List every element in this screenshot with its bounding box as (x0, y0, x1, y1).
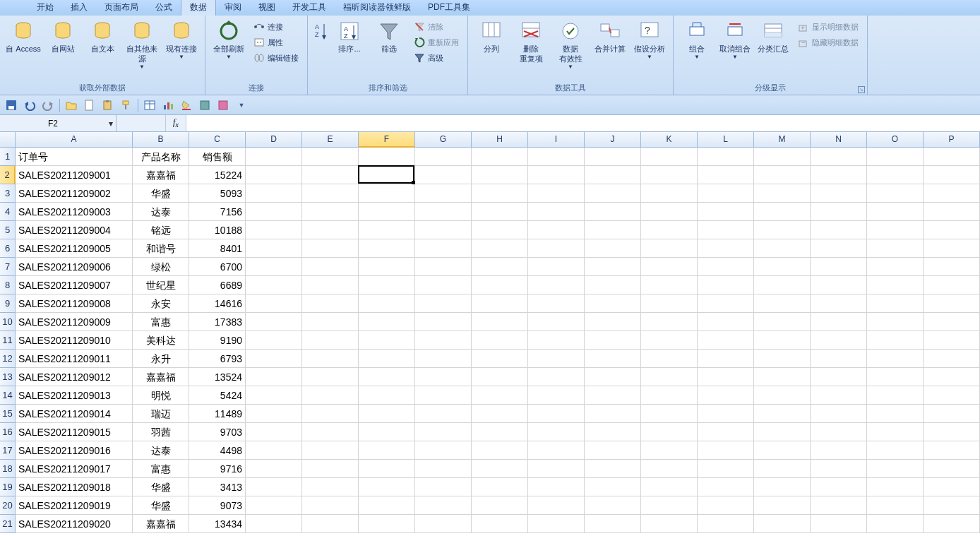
row-header-2[interactable]: 2 (0, 166, 16, 184)
cell[interactable] (924, 258, 980, 276)
cell[interactable] (641, 184, 698, 203)
cell[interactable] (415, 221, 472, 239)
col-header-O[interactable]: O (867, 132, 924, 148)
cell[interactable] (924, 441, 980, 460)
cell[interactable] (641, 276, 698, 294)
cell[interactable] (302, 478, 359, 496)
cell[interactable] (585, 239, 641, 258)
tab-页面布局[interactable]: 页面布局 (96, 0, 147, 16)
cell[interactable]: 瑞迈 (133, 405, 189, 423)
cell[interactable]: 世纪星 (133, 276, 189, 294)
cell[interactable] (924, 313, 980, 331)
cell[interactable] (415, 423, 472, 441)
cell[interactable] (698, 203, 754, 221)
cell[interactable]: 嘉嘉福 (133, 166, 189, 184)
cell[interactable]: 8401 (189, 239, 246, 258)
tab-福昕阅读器领鲜版[interactable]: 福昕阅读器领鲜版 (335, 0, 419, 16)
cell[interactable] (528, 331, 585, 350)
cell[interactable] (472, 331, 528, 350)
cell[interactable] (698, 405, 754, 423)
cell[interactable] (359, 331, 415, 350)
cell[interactable] (867, 239, 924, 258)
cell[interactable] (528, 515, 585, 533)
col-header-N[interactable]: N (811, 132, 867, 148)
合并计算-button[interactable]: 合并计算 (591, 18, 629, 55)
cell[interactable]: 15224 (189, 166, 246, 184)
save-icon[interactable] (4, 98, 18, 112)
cell[interactable] (811, 221, 867, 239)
cell[interactable]: 华盛 (133, 496, 189, 515)
cell[interactable] (472, 276, 528, 294)
cell[interactable]: SALES20211209007 (16, 276, 133, 294)
cell[interactable] (302, 515, 359, 533)
cell[interactable] (867, 441, 924, 460)
cell[interactable] (754, 350, 811, 368)
cell[interactable] (359, 386, 415, 405)
cell[interactable] (867, 331, 924, 350)
cell[interactable]: 9190 (189, 331, 246, 350)
cell[interactable] (641, 368, 698, 386)
cell[interactable] (698, 350, 754, 368)
cell[interactable] (528, 460, 585, 478)
cell[interactable] (867, 148, 924, 166)
new-icon[interactable] (83, 98, 97, 112)
cell[interactable]: SALES20211209019 (16, 496, 133, 515)
cell[interactable] (754, 331, 811, 350)
cell[interactable] (754, 478, 811, 496)
cell[interactable]: 达泰 (133, 441, 189, 460)
cell[interactable] (246, 368, 302, 386)
cell[interactable]: SALES20211209017 (16, 460, 133, 478)
cell[interactable] (811, 460, 867, 478)
cell[interactable] (302, 276, 359, 294)
cell[interactable]: 13524 (189, 368, 246, 386)
cell[interactable] (698, 184, 754, 203)
cell[interactable] (528, 294, 585, 313)
row-header-15[interactable]: 15 (0, 405, 16, 423)
cell[interactable] (867, 496, 924, 515)
cell[interactable] (924, 331, 980, 350)
col-header-G[interactable]: G (415, 132, 472, 148)
filter-button[interactable]: 筛选 (370, 18, 408, 55)
删除重复项-button[interactable]: 删除 重复项 (512, 18, 550, 65)
cell[interactable] (924, 368, 980, 386)
cell[interactable] (415, 239, 472, 258)
cell[interactable] (302, 350, 359, 368)
高级-button[interactable]: 高级 (411, 51, 462, 65)
cell[interactable] (924, 386, 980, 405)
cell[interactable] (754, 405, 811, 423)
cell[interactable] (359, 478, 415, 496)
cell[interactable] (811, 478, 867, 496)
cell[interactable] (867, 166, 924, 184)
cell[interactable] (302, 423, 359, 441)
more-icon[interactable]: ▼ (234, 98, 249, 112)
cell[interactable] (415, 294, 472, 313)
cell[interactable]: SALES20211209018 (16, 478, 133, 496)
cell[interactable]: SALES20211209005 (16, 239, 133, 258)
组合-button[interactable]: 组合▼ (678, 18, 716, 61)
cell[interactable] (585, 350, 641, 368)
cell[interactable] (528, 441, 585, 460)
cell[interactable] (754, 294, 811, 313)
cell[interactable] (415, 478, 472, 496)
cell[interactable] (924, 221, 980, 239)
cell[interactable] (867, 423, 924, 441)
cell[interactable] (811, 331, 867, 350)
tab-视图[interactable]: 视图 (250, 0, 284, 16)
col-header-P[interactable]: P (924, 132, 980, 148)
cell[interactable] (641, 460, 698, 478)
cell[interactable] (302, 184, 359, 203)
cell[interactable] (641, 148, 698, 166)
cell[interactable] (472, 423, 528, 441)
cell[interactable] (359, 496, 415, 515)
cell[interactable] (246, 203, 302, 221)
cell[interactable] (246, 423, 302, 441)
cell[interactable] (585, 460, 641, 478)
open-icon[interactable] (64, 98, 78, 112)
cell[interactable] (246, 441, 302, 460)
cell[interactable] (754, 386, 811, 405)
cell[interactable] (246, 515, 302, 533)
cell[interactable] (867, 368, 924, 386)
cell[interactable]: SALES20211209001 (16, 166, 133, 184)
cell[interactable] (754, 368, 811, 386)
cell[interactable]: 永升 (133, 350, 189, 368)
